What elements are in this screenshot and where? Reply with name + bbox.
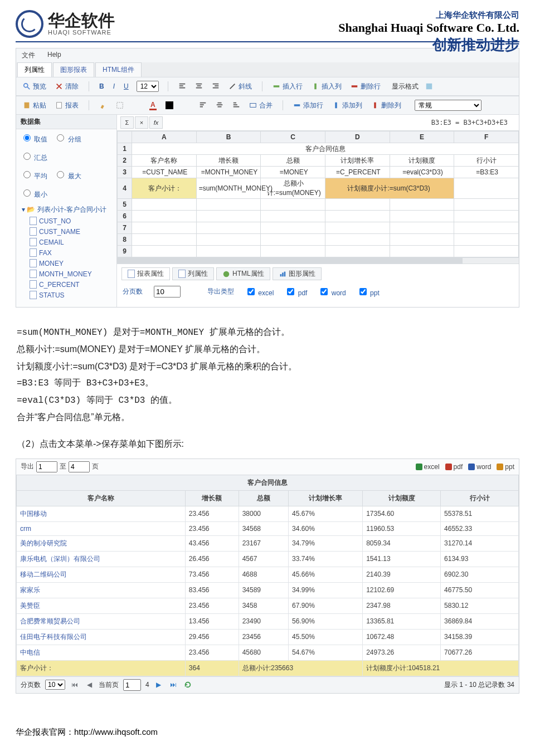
cell-e3[interactable]: =eval(C3*D3)	[390, 167, 454, 178]
first-page-button[interactable]: ⏮	[70, 680, 80, 690]
slant-button[interactable]: 斜线	[227, 81, 253, 92]
last-page-button[interactable]: ⏭	[168, 680, 178, 690]
export-pdf[interactable]: pdf	[445, 463, 463, 471]
align-left-button[interactable]	[177, 82, 187, 91]
cell-d3[interactable]: =C_PERCENT	[325, 167, 390, 178]
hdr-rowsum[interactable]: 行小计	[454, 155, 519, 167]
table-row[interactable]: 美的制冷研究院43.4562316734.79%8059.3431270.14	[17, 535, 519, 551]
table-row[interactable]: 康乐电机（深圳）有限公司26.456456733.74%1541.136134.…	[17, 551, 519, 567]
insert-row-button[interactable]: 插入行	[271, 81, 304, 92]
pagecount-input[interactable]	[154, 286, 181, 297]
sigma-button[interactable]: Σ	[120, 116, 134, 129]
cell-a3[interactable]: =CUST_NAME	[132, 167, 197, 178]
cell-c3[interactable]: =MONEY	[261, 167, 325, 178]
fx-button[interactable]: fx	[149, 116, 163, 129]
add-row-button[interactable]: 添加行	[292, 100, 324, 111]
export-excel[interactable]: excel	[416, 463, 440, 471]
cell-a4[interactable]: 客户小计：	[132, 178, 197, 199]
tab-column-attr[interactable]: 列属性	[17, 62, 52, 77]
export-ppt[interactable]: ppt	[497, 463, 514, 471]
field-cemail[interactable]: CEMAIL	[30, 237, 113, 247]
chk-word[interactable]: word	[318, 286, 346, 297]
cell-c4[interactable]: 总额小计:=sum(MONEY)	[261, 178, 325, 199]
radio-min[interactable]: 最小	[21, 188, 47, 199]
delete-col-button[interactable]: 删除列	[370, 100, 402, 111]
field-money[interactable]: MONEY	[30, 258, 113, 269]
to-input[interactable]	[69, 461, 90, 472]
clear-button[interactable]: 清除	[54, 81, 80, 92]
preview-button[interactable]: 预览	[22, 81, 47, 92]
design-grid[interactable]: A B C D E F 1客户合同信息 2 客户名称 增长额 总额 计划增长率 …	[117, 131, 519, 257]
radio-max[interactable]: 最大	[54, 169, 81, 181]
field-cust_no[interactable]: CUST_NO	[30, 216, 113, 226]
bold-button[interactable]: B	[98, 82, 105, 91]
menu-help[interactable]: Help	[47, 51, 61, 60]
tab-html-comp[interactable]: HTML组件	[95, 62, 142, 77]
table-row[interactable]: 移动二维码公司73.456468845.66%2140.396902.30	[17, 567, 519, 582]
merge-button[interactable]: 合并	[248, 100, 274, 111]
ptab-chart[interactable]: 图形属性	[273, 267, 322, 280]
align-right-button[interactable]	[211, 82, 221, 91]
table-row[interactable]: 合肥费常顺贸易公司13.4562349056.90%13365.8136869.…	[17, 613, 519, 629]
field-fax[interactable]: FAX	[30, 247, 113, 258]
paste-button[interactable]: 粘贴	[22, 100, 47, 111]
fill-color-button[interactable]	[164, 101, 174, 110]
add-col-button[interactable]: 添加列	[331, 100, 363, 111]
col-b[interactable]: B	[196, 131, 261, 143]
brush-button[interactable]	[98, 101, 108, 110]
cell-b4[interactable]: =sum(MONTH_MONEY)	[196, 178, 261, 199]
refresh-button[interactable]	[183, 680, 193, 690]
field-cust_name[interactable]: CUST_NAME	[30, 226, 113, 237]
format-select[interactable]: 常规	[415, 100, 481, 111]
ptab-col[interactable]: 列属性	[172, 267, 214, 280]
hdr-total[interactable]: 总额	[261, 155, 325, 167]
hdr-rate[interactable]: 计划增长率	[325, 155, 390, 167]
format-icon[interactable]	[425, 82, 433, 90]
valign-bot-button[interactable]	[231, 101, 241, 110]
cell-b3[interactable]: =MONTH_MONEY	[196, 167, 261, 178]
export-word[interactable]: word	[468, 463, 491, 471]
col-a[interactable]: A	[132, 131, 197, 143]
col-f[interactable]: F	[454, 131, 519, 143]
page-size-select[interactable]: 10	[45, 680, 65, 690]
cancel-button[interactable]: ×	[135, 116, 148, 129]
table-row[interactable]: 中国移动23.4563800045.67%17354.6055378.51	[17, 506, 519, 521]
merged-title-cell[interactable]: 客户合同信息	[132, 143, 519, 155]
col-c[interactable]: C	[261, 131, 325, 143]
table-row[interactable]: 佳田电子科技有限公司29.4562345645.50%10672.4834158…	[17, 629, 519, 645]
hdr-custname[interactable]: 客户名称	[132, 155, 197, 167]
radio-avg[interactable]: 平均	[21, 169, 47, 181]
underline-button[interactable]: U	[123, 82, 130, 91]
field-status[interactable]: STATUS	[30, 290, 113, 300]
h-scrollbar[interactable]	[117, 257, 519, 264]
col-e[interactable]: E	[390, 131, 454, 143]
italic-button[interactable]: I	[112, 82, 116, 91]
ptab-report[interactable]: 报表属性	[121, 267, 170, 280]
cell-f4[interactable]	[454, 178, 519, 199]
from-input[interactable]	[36, 461, 57, 472]
chk-pdf[interactable]: pdf	[285, 286, 307, 297]
delete-row-button[interactable]: 删除行	[349, 81, 382, 92]
chk-ppt[interactable]: ppt	[357, 286, 380, 297]
tab-chart-report[interactable]: 图形报表	[53, 62, 94, 77]
align-center-button[interactable]	[194, 82, 204, 91]
prev-page-button[interactable]: ◀	[84, 680, 94, 690]
insert-col-button[interactable]: 插入列	[310, 81, 343, 92]
hdr-plan[interactable]: 计划额度	[390, 155, 454, 167]
next-page-button[interactable]: ▶	[154, 680, 164, 690]
font-color-button[interactable]: A	[148, 100, 158, 111]
report-button[interactable]: 报表	[54, 100, 80, 111]
cur-page-input[interactable]	[123, 679, 141, 691]
cell-de4[interactable]: 计划额度小计:=sum(C3*D3)	[325, 178, 454, 199]
chk-excel[interactable]: excel	[245, 286, 274, 297]
valign-mid-button[interactable]	[215, 101, 225, 110]
radio-value[interactable]: 取值	[21, 133, 47, 144]
cell-f3[interactable]: =B3:E3	[454, 167, 519, 178]
hdr-growth[interactable]: 增长额	[196, 155, 261, 167]
radio-sum[interactable]: 汇总	[21, 151, 47, 163]
table-row[interactable]: 家家乐83.4563458934.99%12102.6946775.50	[17, 582, 519, 598]
table-row[interactable]: 中电信23.4564568054.67%24973.2670677.26	[17, 645, 519, 660]
table-row[interactable]: crm23.4563456834.60%11960.5346552.33	[17, 521, 519, 535]
menu-file[interactable]: 文件	[22, 51, 35, 60]
table-row[interactable]: 美赞臣23.456345867.90%2347.985830.12	[17, 598, 519, 613]
